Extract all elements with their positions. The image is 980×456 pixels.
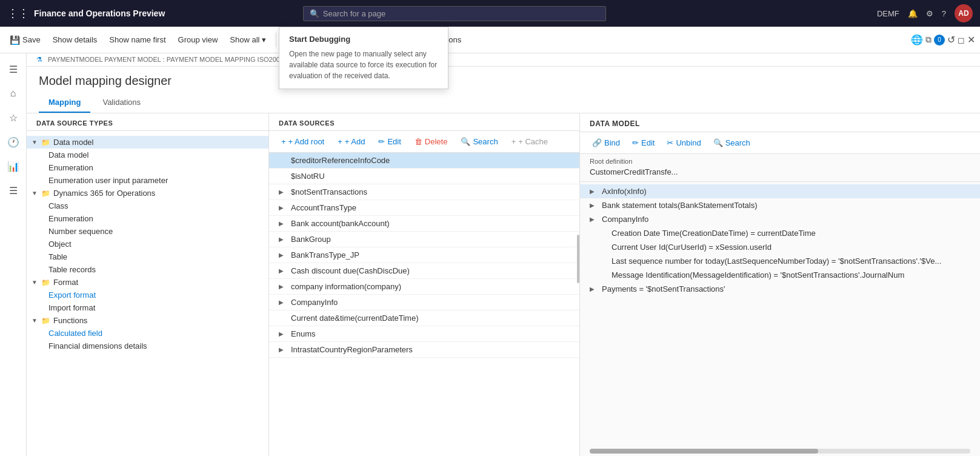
data-item-4[interactable]: ▶ Bank account(bankAccount) (269, 216, 579, 232)
globe-icon[interactable]: 🌐 (911, 34, 923, 45)
three-panel-layout: DATA SOURCE TYPES ▼ 📁 Data model Data mo… (27, 113, 980, 456)
model-item-6[interactable]: Message Identification(MessageIdentifica… (580, 268, 980, 282)
data-item-12[interactable]: ▶ IntrastatCountryRegionParameters (269, 342, 579, 358)
model-expand-2: ▶ (590, 216, 599, 223)
dashboard-icon[interactable]: 📊 (2, 155, 24, 177)
add-button[interactable]: + + Add (333, 135, 370, 149)
model-item-0[interactable]: ▶ AxInfo(xInfo) (580, 184, 980, 198)
star-icon[interactable]: ☆ (2, 107, 24, 129)
help-icon[interactable]: ? (942, 9, 946, 18)
tree-item-financial-dimensions[interactable]: Financial dimensions details (27, 340, 268, 352)
data-item-6[interactable]: ▶ BankTransType_JP (269, 247, 579, 263)
badge: 0 (934, 35, 945, 45)
tree-item-data-model[interactable]: Data model (27, 149, 268, 161)
bell-icon[interactable]: 🔔 (908, 9, 918, 18)
model-item-7[interactable]: ▶ Payments = '$notSentTransactions' (580, 282, 980, 296)
edit-icon: ✏ (378, 137, 385, 146)
data-item-10[interactable]: Current date&time(currentDateTime) (269, 310, 579, 326)
tree-item-enumeration[interactable]: Enumeration (27, 161, 268, 174)
tree-item-class[interactable]: Class (27, 200, 268, 212)
data-item-9[interactable]: ▶ CompanyInfo (269, 295, 579, 310)
tree-item-calculated-field[interactable]: Calculated field (27, 327, 268, 340)
left-panel: DATA SOURCE TYPES ▼ 📁 Data model Data mo… (27, 113, 269, 456)
content-area: ⚗ PAYMENTMODEL PAYMENT MODEL : PAYMENT M… (27, 53, 980, 456)
unbind-icon: ✂ (667, 138, 673, 147)
right-toolbar: 🔗 Bind ✏ Edit ✂ Unbind 🔍 Search (580, 132, 980, 154)
tree-item-enumeration-d365[interactable]: Enumeration (27, 212, 268, 225)
expand-icon-d365: ▼ (32, 190, 41, 196)
data-model-tree: ▶ AxInfo(xInfo) ▶ Bank statement totals(… (580, 182, 980, 446)
show-name-first-button[interactable]: Show name first (104, 32, 170, 47)
data-item-3[interactable]: ▶ AccountTransType (269, 200, 579, 216)
model-expand-0: ▶ (590, 188, 599, 195)
expand-icon: ▼ (32, 139, 41, 146)
split-icon[interactable]: ⧉ (925, 35, 932, 45)
delete-button[interactable]: 🗑 Delete (410, 135, 453, 149)
tree-item-data-model-folder[interactable]: ▼ 📁 Data model (27, 136, 268, 149)
list-icon[interactable]: ☰ (2, 179, 24, 201)
search-button[interactable]: 🔍 Search (456, 135, 502, 149)
model-item-4[interactable]: Current User Id(CurUserId) = xSession.us… (580, 240, 980, 254)
bind-button[interactable]: 🔗 Bind (587, 136, 625, 150)
folder-icon-format: 📁 (41, 278, 51, 287)
side-nav: ☰ ⌂ ☆ 🕐 📊 ☰ (0, 53, 27, 456)
top-nav-bar: ⋮⋮ Finance and Operations Preview 🔍 Sear… (0, 0, 980, 27)
model-item-2[interactable]: ▶ CompanyInfo (580, 212, 980, 226)
data-item-0[interactable]: $creditorReferenceInfoCode (269, 153, 579, 169)
tree-item-number-sequence[interactable]: Number sequence (27, 225, 268, 238)
edit-button[interactable]: ✏ Edit (373, 135, 405, 149)
tab-validations[interactable]: Validations (93, 93, 150, 113)
recent-icon[interactable]: 🕐 (2, 131, 24, 153)
tree-item-table[interactable]: Table (27, 250, 268, 263)
add-root-icon: + (281, 137, 286, 146)
folder-icon-d365: 📁 (41, 189, 51, 198)
data-item-8[interactable]: ▶ company information(company) (269, 279, 579, 295)
delete-icon: 🗑 (415, 137, 422, 146)
model-item-3[interactable]: Creation Date Time(CreationDateTime) = c… (580, 226, 980, 240)
show-all-button[interactable]: Show all ▾ (225, 32, 271, 47)
hamburger-icon[interactable]: ☰ (2, 58, 24, 80)
data-item-5[interactable]: ▶ BankGroup (269, 232, 579, 247)
tree-item-enum-user-input[interactable]: Enumeration user input parameter (27, 174, 268, 187)
grid-icon[interactable]: ⋮⋮ (7, 7, 29, 20)
unbind-button[interactable]: ✂ Unbind (662, 136, 705, 150)
cache-button[interactable]: + + Cache (507, 135, 553, 149)
tree-item-functions-folder[interactable]: ▼ 📁 Functions (27, 314, 268, 327)
middle-toolbar: + + Add root + + Add ✏ Edit 🗑 Delete (269, 131, 579, 153)
data-item-11[interactable]: ▶ Enums (269, 326, 579, 342)
right-search-button[interactable]: 🔍 Search (708, 136, 755, 150)
expand-icon-3: ▶ (279, 204, 288, 211)
model-expand-1: ▶ (590, 202, 599, 209)
window-icon[interactable]: ◻ (958, 35, 965, 45)
expand-icon-7: ▶ (279, 267, 288, 274)
group-view-button[interactable]: Group view (173, 32, 223, 47)
page-title: Model mapping designer (39, 74, 968, 88)
refresh-icon[interactable]: ↺ (947, 34, 955, 45)
folder-icon: 📁 (41, 138, 51, 147)
model-item-1[interactable]: ▶ Bank statement totals(BankStatementTot… (580, 198, 980, 212)
tree-item-table-records[interactable]: Table records (27, 263, 268, 276)
tree-item-object[interactable]: Object (27, 238, 268, 250)
user-avatar[interactable]: AD (955, 4, 973, 22)
tree-item-dynamics365-folder[interactable]: ▼ 📁 Dynamics 365 for Operations (27, 187, 268, 200)
data-item-2[interactable]: ▶ $notSentTransactions (269, 184, 579, 200)
close-icon[interactable]: ✕ (967, 34, 975, 45)
right-edit-button[interactable]: ✏ Edit (627, 136, 659, 150)
add-root-button[interactable]: + + Add root (276, 135, 329, 149)
folder-icon-functions: 📁 (41, 317, 51, 325)
tree-item-format-folder[interactable]: ▼ 📁 Format (27, 276, 268, 289)
tree-item-export-format[interactable]: Export format (27, 289, 268, 301)
tab-mapping[interactable]: Mapping (39, 93, 90, 113)
data-item-7[interactable]: ▶ Cash discount due(CashDiscDue) (269, 263, 579, 279)
global-search-bar[interactable]: 🔍 Search for a page (303, 6, 606, 21)
show-details-button[interactable]: Show details (48, 32, 102, 47)
horizontal-scrollbar[interactable] (590, 449, 970, 454)
home-icon[interactable]: ⌂ (2, 82, 24, 104)
save-button[interactable]: 💾 Save (5, 32, 45, 48)
tree-item-import-format[interactable]: Import format (27, 301, 268, 314)
model-item-5[interactable]: Last sequence number for today(LastSeque… (580, 254, 980, 268)
root-def-value: CustomerCreditTransfe... (580, 166, 980, 182)
data-item-1[interactable]: $isNotRU (269, 169, 579, 184)
gear-icon[interactable]: ⚙ (926, 9, 933, 18)
scroll-indicator (577, 235, 579, 283)
